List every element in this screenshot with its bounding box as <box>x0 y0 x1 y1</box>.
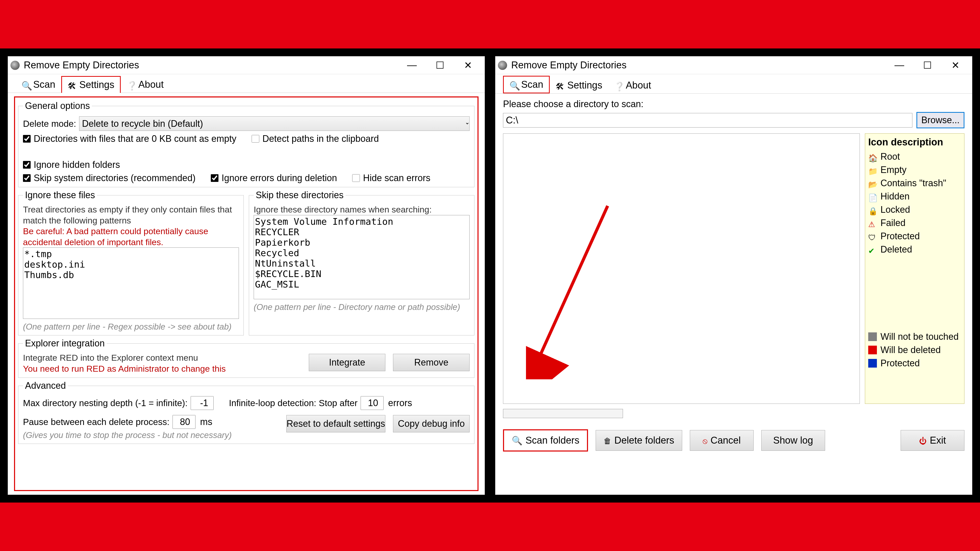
legend-icon <box>868 179 877 187</box>
skip-dirs-list[interactable]: System Volume Information RECYCLER Papie… <box>254 215 469 299</box>
maximize-button[interactable]: ☐ <box>913 58 942 73</box>
maximize-button[interactable]: ☐ <box>426 58 454 73</box>
group-general: General options Delete mode: Delete to r… <box>18 100 474 187</box>
browse-button[interactable]: Browse... <box>916 112 964 128</box>
legend-icon <box>868 152 877 161</box>
trash-icon <box>604 435 611 446</box>
chk-clipboard[interactable]: Detect paths in the clipboard <box>251 133 379 144</box>
titlebar: Remove Empty Directories — ☐ ✕ <box>8 56 485 74</box>
legend-item: Failed <box>868 218 961 228</box>
legend-title: Icon description <box>868 137 961 148</box>
legend-item: Hidden <box>868 191 961 202</box>
window-title: Remove Empty Directories <box>511 60 885 71</box>
delete-folders-button[interactable]: Delete folders <box>596 430 682 451</box>
tools-icon <box>68 80 77 89</box>
legend-item: Root <box>868 151 961 162</box>
delete-mode-label: Delete mode: <box>23 119 76 129</box>
depth-spinner[interactable] <box>191 396 213 410</box>
tree-panel[interactable] <box>503 133 860 404</box>
help-icon <box>614 81 623 90</box>
magnify-icon <box>21 80 30 89</box>
window-settings: Remove Empty Directories — ☐ ✕ Scan Sett… <box>8 56 485 495</box>
tab-about[interactable]: About <box>121 76 169 93</box>
integrate-button[interactable]: Integrate <box>309 354 385 371</box>
group-ignore-files: Ignore these files Treat directories as … <box>18 190 244 335</box>
copy-debug-button[interactable]: Copy debug info <box>393 415 469 432</box>
chk-0kb[interactable]: Directories with files that are 0 KB cou… <box>23 133 236 144</box>
window-title: Remove Empty Directories <box>24 60 398 71</box>
chk-hidden[interactable]: Ignore hidden folders <box>23 159 120 170</box>
ignore-files-list[interactable]: *.tmp desktop.ini Thumbs.db <box>23 248 239 319</box>
minimize-button[interactable]: — <box>885 58 913 73</box>
color-swatch <box>868 359 877 368</box>
legend-icon <box>868 232 877 241</box>
reset-button[interactable]: Reset to default settings <box>286 415 385 432</box>
legend-status-item: Protected <box>868 358 961 368</box>
tools-icon <box>555 81 565 90</box>
legend-icon <box>868 245 877 254</box>
close-button[interactable]: ✕ <box>942 58 969 73</box>
legend-icon <box>868 192 877 201</box>
group-skip-dirs: Skip these directories Ignore these dire… <box>249 190 474 335</box>
settings-panel: General options Delete mode: Delete to r… <box>14 97 479 491</box>
tab-scan[interactable]: Scan <box>16 76 61 93</box>
titlebar: Remove Empty Directories — ☐ ✕ <box>495 56 972 74</box>
depth-label: Max directory nesting depth (-1 = infini… <box>23 398 188 408</box>
legend-item: Contains "trash" <box>868 178 961 189</box>
chk-ignore-err[interactable]: Ignore errors during deletion <box>211 173 337 183</box>
power-icon <box>919 435 927 446</box>
showlog-button[interactable]: Show log <box>761 430 825 451</box>
tab-settings[interactable]: Settings <box>61 76 121 93</box>
path-input[interactable] <box>503 113 912 127</box>
group-advanced: Advanced Max directory nesting depth (-1… <box>18 380 474 444</box>
color-swatch <box>868 332 877 341</box>
tab-scan[interactable]: Scan <box>503 76 550 94</box>
minimize-button[interactable]: — <box>398 58 426 73</box>
legend-status-item: Will not be touched <box>868 331 961 342</box>
legend-icon <box>868 219 877 227</box>
magnify-icon <box>512 435 522 446</box>
help-icon <box>127 80 136 89</box>
pause-label: Pause between each delete process: <box>23 417 169 427</box>
tabbar: Scan Settings About <box>495 74 972 94</box>
legend-item: Protected <box>868 231 961 241</box>
close-button[interactable]: ✕ <box>454 58 482 73</box>
app-icon <box>498 61 507 70</box>
chk-hide-err[interactable]: Hide scan errors <box>352 173 430 183</box>
legend-item: Deleted <box>868 244 961 255</box>
chk-skip-sys[interactable]: Skip system directories (recommended) <box>23 173 196 183</box>
cancel-icon <box>703 435 708 446</box>
legend-item: Empty <box>868 165 961 175</box>
delete-mode-combo[interactable]: Delete to recycle bin (Default) <box>79 116 469 131</box>
progress-bar <box>503 409 623 418</box>
legend-icon <box>868 205 877 214</box>
legend-icon <box>868 165 877 174</box>
exit-button[interactable]: Exit <box>900 430 964 451</box>
pause-spinner[interactable] <box>172 415 196 429</box>
loop-label: Infinite-loop detection: Stop after <box>229 398 358 408</box>
cancel-button[interactable]: Cancel <box>690 430 754 451</box>
remove-button[interactable]: Remove <box>393 354 469 371</box>
scan-folders-button[interactable]: Scan folders <box>503 429 588 451</box>
scan-prompt: Please choose a directory to scan: <box>503 99 964 110</box>
legend-panel: Icon description RootEmptyContains "tras… <box>865 133 964 404</box>
window-scan: Remove Empty Directories — ☐ ✕ Scan Sett… <box>495 56 972 495</box>
tab-settings[interactable]: Settings <box>550 77 608 94</box>
group-explorer: Explorer integration Integrate RED into … <box>18 338 474 378</box>
legend-status-item: Will be deleted <box>868 345 961 355</box>
loop-spinner[interactable] <box>361 396 383 410</box>
color-swatch <box>868 346 877 354</box>
tabbar: Scan Settings About <box>8 74 485 93</box>
magnify-icon <box>509 80 519 89</box>
legend-item: Locked <box>868 204 961 215</box>
tab-about[interactable]: About <box>608 77 657 94</box>
app-icon <box>11 61 20 70</box>
